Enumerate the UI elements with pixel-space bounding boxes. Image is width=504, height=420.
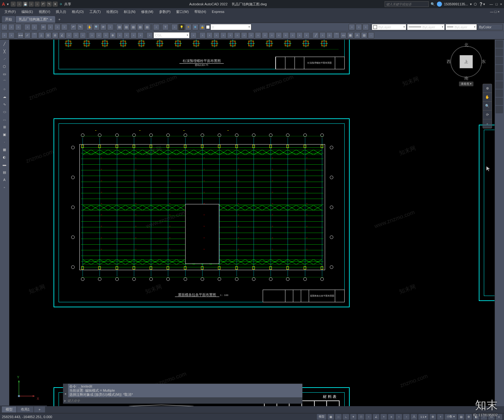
tool-ellipsearc-icon[interactable]: ⌓ (1, 116, 8, 123)
draw-table-icon[interactable]: ▤ (361, 32, 367, 38)
rbtn-render-icon[interactable]: ▫ (153, 24, 159, 30)
tool-xline-icon[interactable]: ╳ (1, 48, 8, 55)
mod-mirror-icon[interactable]: ▫ (213, 32, 220, 38)
doc-minimize-button[interactable]: — (490, 10, 494, 14)
menu-express[interactable]: Express (209, 9, 227, 14)
ucs-icon[interactable]: X Y (16, 377, 38, 400)
dim-break-icon[interactable]: ▫ (96, 32, 102, 38)
palette-5-icon[interactable] (495, 73, 503, 81)
tool-ellipse-icon[interactable]: ⬭ (1, 108, 8, 115)
status-cog-icon[interactable]: ⚙ (466, 414, 472, 420)
search-icon[interactable]: 🔍 (431, 2, 435, 6)
dim-ang-icon[interactable]: ∠ (59, 32, 65, 38)
menu-dim[interactable]: 标注(N) (121, 9, 138, 15)
nav-pan-icon[interactable]: ✋ (483, 93, 492, 102)
rbtn-undo-icon[interactable]: ↶ (70, 24, 77, 30)
rbtn-pan-icon[interactable]: ✋ (86, 24, 93, 30)
dim-linear-icon[interactable]: ⟷ (17, 32, 24, 38)
share-icon[interactable]: ✈ (60, 2, 62, 6)
maximize-button[interactable]: □ (495, 2, 498, 6)
draw-text-icon[interactable]: A (354, 32, 360, 38)
tool-mtext-icon[interactable]: A (1, 176, 8, 183)
status-gear-icon[interactable]: ⚙ (430, 414, 436, 420)
rbtn-lock-icon[interactable]: 🔒 (199, 24, 205, 30)
tool-addsel-icon[interactable]: ▫ (1, 184, 8, 191)
dim-arc-icon[interactable]: ⌒ (31, 32, 37, 38)
status-model[interactable]: 模型 (317, 414, 326, 420)
menu-tools[interactable]: 工具(T) (87, 9, 103, 15)
dim-quick-icon[interactable]: ▫ (66, 32, 72, 38)
dim-base-icon[interactable]: ▫ (73, 32, 79, 38)
tab-file[interactable]: 乳品厂结构施工图* × (16, 16, 55, 23)
layout-model[interactable]: 模型 (2, 406, 16, 412)
menu-insert[interactable]: 插入(I) (53, 9, 68, 15)
tool-gradient-icon[interactable]: ◐ (1, 154, 8, 161)
status-osnap-icon[interactable]: □ (358, 414, 364, 420)
draw-arc-icon[interactable]: ⌒ (333, 32, 340, 38)
status-otrack-icon[interactable]: ∠ (373, 414, 379, 420)
dim-dia-icon[interactable]: ⊘ (52, 32, 58, 38)
rbtn-dc-icon[interactable]: ▤ (123, 24, 129, 30)
qat-open-icon[interactable]: ▫ (17, 2, 22, 7)
rbtn-help-icon[interactable]: ? (162, 24, 169, 30)
autodesk-app-icon[interactable]: ⬡ (474, 2, 477, 6)
rbtn-cut-icon[interactable]: ✂ (40, 24, 47, 30)
menu-edit[interactable]: 编辑(E) (19, 9, 36, 15)
qat-save-icon[interactable]: 💾 (23, 2, 28, 7)
dim-space-icon[interactable]: ▫ (89, 32, 95, 38)
tool-polygon-icon[interactable]: ⬡ (1, 63, 8, 70)
rbtn-plot-icon[interactable]: ▫ (24, 24, 31, 30)
mod-copy-icon[interactable]: ▫ (206, 32, 213, 38)
tool-point-icon[interactable]: · (1, 139, 8, 145)
tool-circle-icon[interactable]: ○ (1, 86, 8, 93)
rbtn-lay2-icon[interactable]: ▫ (356, 24, 362, 30)
minimize-button[interactable]: — (490, 2, 493, 6)
rbtn-match-icon[interactable]: ▫ (61, 24, 67, 30)
status-trans-icon[interactable]: ▫ (396, 414, 402, 420)
menu-file[interactable]: 文件(F) (2, 9, 18, 15)
rbtn-color-swatch[interactable] (206, 25, 210, 29)
rbtn-zoom-icon[interactable]: 🔍 (93, 24, 100, 30)
viewcube-west[interactable]: 西 (447, 59, 451, 65)
palette-3-icon[interactable] (495, 57, 503, 64)
mod-break-icon[interactable]: ▫ (276, 32, 282, 38)
qat-undo-icon[interactable]: ↶ (41, 2, 46, 7)
prop-ltype-combo[interactable]: ByLayer▾ (407, 24, 445, 30)
rbtn-orbit-icon[interactable]: ⟳ (100, 24, 106, 30)
mod-move-icon[interactable]: ▫ (234, 32, 240, 38)
tool-table-icon[interactable]: ▤ (1, 169, 8, 176)
rbtn-preview-icon[interactable]: ▫ (31, 24, 37, 30)
mod-rotate-icon[interactable]: ▫ (241, 32, 247, 38)
mod-scale-icon[interactable]: ▫ (248, 32, 254, 38)
mod-offset-icon[interactable]: ▫ (220, 32, 226, 38)
dim-aligned-icon[interactable]: ⤢ (24, 32, 31, 38)
layout-1[interactable]: 布局1 (17, 406, 33, 412)
mod-array-icon[interactable]: ▫ (227, 32, 233, 38)
qat-new-icon[interactable]: ▫ (11, 2, 16, 7)
tab-close-icon[interactable]: × (50, 18, 52, 21)
nav-zoom-icon[interactable]: 🔍 (483, 102, 492, 111)
tool-rect-icon[interactable]: ▭ (1, 71, 8, 77)
status-cycle-icon[interactable]: ▫ (403, 414, 410, 420)
dim-rad-icon[interactable]: ⊙ (45, 32, 51, 38)
rbtn-redo-icon[interactable]: ↷ (77, 24, 83, 30)
palette-4-icon[interactable] (495, 65, 503, 72)
dim-upd-icon[interactable]: ▫ (146, 32, 153, 38)
dim-style-icon[interactable]: ▫ (190, 32, 197, 38)
palette-2-icon[interactable] (495, 48, 503, 56)
draw-point-icon[interactable]: · (368, 32, 374, 38)
dim-tedit-icon[interactable]: ▫ (137, 32, 144, 38)
mod-fillet-icon[interactable]: ▫ (296, 32, 303, 38)
palette-1-icon[interactable] (495, 40, 503, 48)
nav-showmotion-icon[interactable]: ▫ (483, 119, 492, 128)
doc-maximize-button[interactable]: □ (495, 10, 497, 14)
rbtn-mk-icon[interactable]: ▤ (144, 24, 150, 30)
draw-rect-icon[interactable]: ▭ (340, 32, 346, 38)
menu-view[interactable]: 视图(V) (36, 9, 53, 15)
mod-stretch-icon[interactable]: ▫ (255, 32, 261, 38)
rbtn-new-icon[interactable]: ▫ (1, 24, 8, 30)
status-grid-icon[interactable]: ▦ (328, 414, 334, 420)
rbtn-paste-icon[interactable]: ▫ (54, 24, 60, 30)
status-q-icon[interactable]: ▤ (458, 414, 464, 420)
draw-pline-icon[interactable]: ▫ (319, 32, 326, 38)
